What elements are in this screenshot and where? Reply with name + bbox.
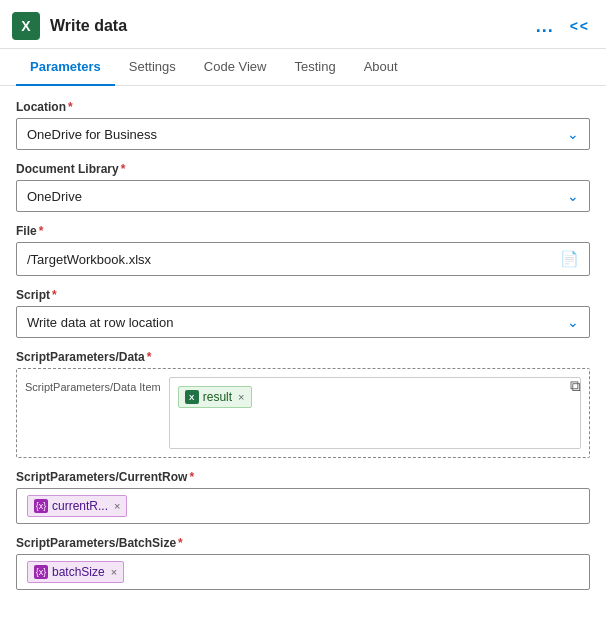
batch-size-token-close[interactable]: × [111, 566, 117, 578]
tab-about[interactable]: About [350, 49, 412, 86]
file-input[interactable]: /TargetWorkbook.xlsx 📄 [16, 242, 590, 276]
file-required: * [39, 224, 44, 238]
batch-size-input[interactable]: {x} batchSize × [16, 554, 590, 590]
batch-size-required: * [178, 536, 183, 550]
batch-size-label: ScriptParameters/BatchSize* [16, 536, 590, 550]
script-label: Script* [16, 288, 590, 302]
file-field-group: File* /TargetWorkbook.xlsx 📄 [16, 224, 590, 276]
batch-size-token-text: batchSize [52, 565, 105, 579]
script-field-group: Script* Write data at row location ⌄ [16, 288, 590, 338]
result-token-close[interactable]: × [238, 391, 244, 403]
file-label: File* [16, 224, 590, 238]
file-browse-icon[interactable]: 📄 [560, 250, 579, 268]
excel-icon: X [12, 12, 40, 40]
chevron-down-icon: ⌄ [567, 188, 579, 204]
parameters-content: Location* OneDrive for Business ⌄ Docume… [0, 86, 606, 616]
tab-codeview[interactable]: Code View [190, 49, 281, 86]
current-row-field-group: ScriptParameters/CurrentRow* {x} current… [16, 470, 590, 524]
document-library-field-group: Document Library* OneDrive ⌄ [16, 162, 590, 212]
script-value: Write data at row location [27, 315, 173, 330]
current-row-label: ScriptParameters/CurrentRow* [16, 470, 590, 484]
chevron-down-icon: ⌄ [567, 126, 579, 142]
script-params-data-label: ScriptParameters/Data* [16, 350, 590, 364]
location-field-group: Location* OneDrive for Business ⌄ [16, 100, 590, 150]
tabs-bar: Parameters Settings Code View Testing Ab… [0, 49, 606, 86]
tab-testing[interactable]: Testing [280, 49, 349, 86]
excel-token-icon: X [185, 390, 199, 404]
script-required: * [52, 288, 57, 302]
file-value: /TargetWorkbook.xlsx [27, 252, 151, 267]
page-title: Write data [50, 17, 127, 35]
tab-parameters[interactable]: Parameters [16, 49, 115, 86]
current-row-required: * [189, 470, 194, 484]
batch-size-token[interactable]: {x} batchSize × [27, 561, 124, 583]
document-library-label: Document Library* [16, 162, 590, 176]
document-library-value: OneDrive [27, 189, 82, 204]
collapse-button[interactable]: << [570, 18, 590, 34]
current-row-token-text: currentR... [52, 499, 108, 513]
header-actions: ... << [536, 16, 590, 37]
current-row-input[interactable]: {x} currentR... × [16, 488, 590, 524]
script-params-data-required: * [147, 350, 152, 364]
document-library-required: * [121, 162, 126, 176]
purple-token-icon: {x} [34, 499, 48, 513]
more-options-button[interactable]: ... [536, 16, 554, 37]
script-dropdown[interactable]: Write data at row location ⌄ [16, 306, 590, 338]
location-required: * [68, 100, 73, 114]
location-dropdown[interactable]: OneDrive for Business ⌄ [16, 118, 590, 150]
document-library-dropdown[interactable]: OneDrive ⌄ [16, 180, 590, 212]
script-params-data-field-group: ScriptParameters/Data* ScriptParameters/… [16, 350, 590, 458]
current-row-token-close[interactable]: × [114, 500, 120, 512]
current-row-token[interactable]: {x} currentR... × [27, 495, 127, 517]
script-params-sublabel: ScriptParameters/Data Item [25, 377, 161, 449]
location-value: OneDrive for Business [27, 127, 157, 142]
result-token[interactable]: X result × [178, 386, 252, 408]
header-left: X Write data [12, 12, 127, 40]
header: X Write data ... << [0, 0, 606, 49]
result-token-text: result [203, 390, 232, 404]
script-params-data-content[interactable]: X result × [169, 377, 581, 449]
batch-size-field-group: ScriptParameters/BatchSize* {x} batchSiz… [16, 536, 590, 590]
copy-table-icon[interactable]: ⧉ [570, 377, 581, 395]
chevron-down-icon: ⌄ [567, 314, 579, 330]
location-label: Location* [16, 100, 590, 114]
purple-token-icon-2: {x} [34, 565, 48, 579]
script-params-data-box: ScriptParameters/Data Item X result × ⧉ [16, 368, 590, 458]
tab-settings[interactable]: Settings [115, 49, 190, 86]
